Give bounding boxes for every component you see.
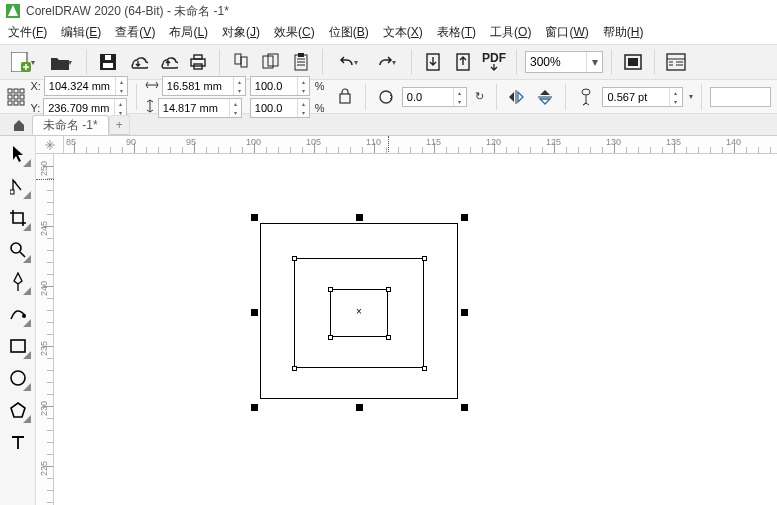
menu-edit[interactable]: 编辑(E)	[61, 24, 101, 41]
selection-handle[interactable]	[356, 404, 363, 411]
selection-handle[interactable]	[251, 309, 258, 316]
property-bar: X: ▴▾ Y: ▴▾ ▴▾ ▴▾ ▴▾ % ▴▾ % ▴▾ ↻	[0, 80, 777, 114]
shape-node[interactable]	[328, 335, 333, 340]
y-label: Y:	[30, 102, 40, 114]
object-origin-button[interactable]	[6, 84, 26, 110]
separator	[701, 84, 702, 110]
selection-handle[interactable]	[251, 404, 258, 411]
style-input[interactable]	[710, 87, 772, 107]
horizontal-ruler[interactable]: 859095100105110115120125130135140	[36, 136, 777, 154]
separator	[611, 49, 612, 75]
separator	[565, 84, 566, 110]
ruler-tick-label: 225	[39, 461, 49, 476]
shape-node[interactable]	[386, 335, 391, 340]
width-input[interactable]: ▴▾	[162, 76, 246, 96]
chevron-down-icon[interactable]: ▾	[586, 52, 602, 72]
menu-text[interactable]: 文本(X)	[383, 24, 423, 41]
shape-node[interactable]	[328, 287, 333, 292]
ellipse-tool[interactable]	[2, 362, 34, 394]
selection-handle[interactable]	[461, 309, 468, 316]
shape-node[interactable]	[292, 366, 297, 371]
text-tool[interactable]	[2, 426, 34, 458]
copy-button[interactable]	[258, 49, 284, 75]
selection-handle[interactable]	[461, 404, 468, 411]
plus-icon: +	[116, 118, 123, 132]
export-button[interactable]	[450, 49, 476, 75]
outline-width-input[interactable]: ▴▾	[602, 87, 682, 107]
freehand-tool[interactable]	[2, 266, 34, 298]
drawing-canvas[interactable]: ×	[54, 154, 777, 505]
menu-view[interactable]: 查看(V)	[115, 24, 155, 41]
chevron-down-icon[interactable]: ▾	[689, 92, 693, 101]
menu-object[interactable]: 对象(J)	[222, 24, 260, 41]
separator	[654, 49, 655, 75]
ruler-tick-label: 130	[606, 137, 621, 147]
save-button[interactable]	[95, 49, 121, 75]
mirror-vertical-button[interactable]	[533, 84, 557, 110]
paste-button[interactable]	[288, 49, 314, 75]
redo-button[interactable]: ▾	[369, 49, 403, 75]
ruler-origin-button[interactable]	[36, 136, 64, 154]
scale-x-input[interactable]: ▴▾	[250, 76, 310, 96]
svg-point-31	[582, 89, 590, 95]
menu-layout[interactable]: 布局(L)	[169, 24, 208, 41]
scale-fields: ▴▾ % ▴▾ %	[250, 76, 329, 118]
open-button[interactable]: ▾	[44, 49, 78, 75]
angle-unit-icon: ↻	[475, 90, 484, 103]
canvas-area: 859095100105110115120125130135140 250245…	[36, 136, 777, 505]
cloud-download-button[interactable]	[125, 49, 151, 75]
options-button[interactable]	[663, 49, 689, 75]
separator	[86, 49, 87, 75]
separator	[411, 49, 412, 75]
zoom-level-input[interactable]	[526, 52, 586, 72]
selection-handle[interactable]	[461, 214, 468, 221]
zoom-tool[interactable]	[2, 234, 34, 266]
import-button[interactable]	[420, 49, 446, 75]
full-screen-preview-button[interactable]	[620, 49, 646, 75]
shape-node[interactable]	[422, 256, 427, 261]
x-position-input[interactable]: ▴▾	[44, 76, 128, 96]
menu-help[interactable]: 帮助(H)	[603, 24, 644, 41]
pick-tool[interactable]	[2, 138, 34, 170]
document-tab[interactable]: 未命名 -1*	[32, 115, 109, 135]
add-document-tab[interactable]: +	[109, 115, 130, 135]
welcome-tab-icon[interactable]	[6, 115, 32, 135]
shape-node[interactable]	[386, 287, 391, 292]
menu-tools[interactable]: 工具(O)	[490, 24, 531, 41]
cut-button[interactable]	[228, 49, 254, 75]
toolbox	[0, 136, 36, 505]
new-document-button[interactable]: ▾	[6, 49, 40, 75]
shape-node[interactable]	[292, 256, 297, 261]
selection-center-marker[interactable]: ×	[356, 307, 362, 317]
shape-tool[interactable]	[2, 170, 34, 202]
separator	[496, 84, 497, 110]
rotation-input[interactable]: ▴▾	[402, 87, 467, 107]
selection-handle[interactable]	[251, 214, 258, 221]
height-input[interactable]: ▴▾	[158, 98, 242, 118]
menu-table[interactable]: 表格(T)	[437, 24, 476, 41]
undo-button[interactable]: ▾	[331, 49, 365, 75]
vertical-ruler[interactable]: 250245240235230225	[36, 154, 54, 505]
publish-pdf-button[interactable]: PDF	[480, 49, 508, 75]
menu-window[interactable]: 窗口(W)	[545, 24, 588, 41]
ruler-tick-label: 245	[39, 221, 49, 236]
selection-handle[interactable]	[356, 214, 363, 221]
scale-y-input[interactable]: ▴▾	[250, 98, 310, 118]
polygon-tool[interactable]	[2, 394, 34, 426]
rectangle-tool[interactable]	[2, 330, 34, 362]
menu-file[interactable]: 文件(F)	[8, 24, 47, 41]
menu-bitmap[interactable]: 位图(B)	[329, 24, 369, 41]
ruler-tick-label: 230	[39, 401, 49, 416]
cloud-upload-button[interactable]	[155, 49, 181, 75]
shape-node[interactable]	[422, 366, 427, 371]
svg-rect-26	[8, 101, 12, 105]
ruler-tick-label: 95	[186, 137, 196, 147]
artistic-media-tool[interactable]	[2, 298, 34, 330]
zoom-level-combo[interactable]: ▾	[525, 51, 603, 73]
print-button[interactable]	[185, 49, 211, 75]
mirror-horizontal-button[interactable]	[505, 84, 529, 110]
lock-ratio-button[interactable]	[333, 84, 357, 110]
svg-rect-7	[194, 55, 202, 59]
crop-tool[interactable]	[2, 202, 34, 234]
menu-effect[interactable]: 效果(C)	[274, 24, 315, 41]
